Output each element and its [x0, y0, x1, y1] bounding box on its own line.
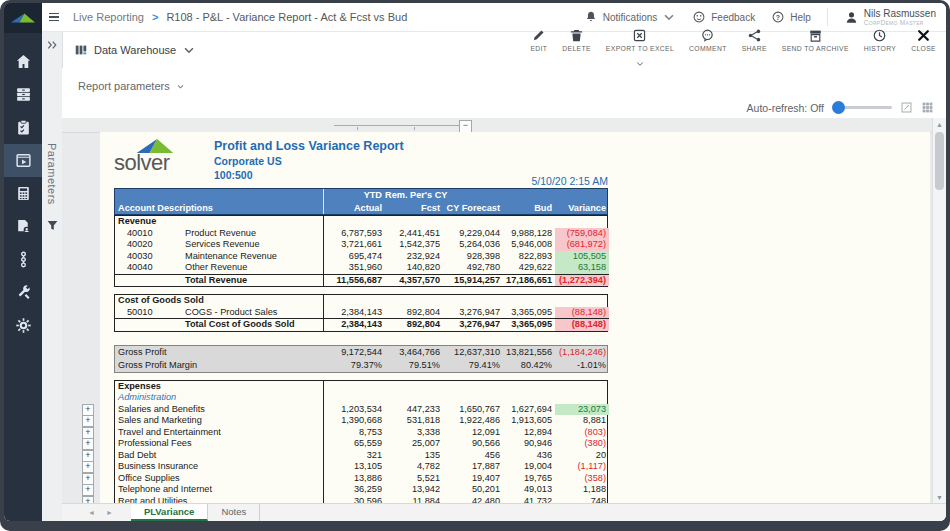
value-cell: 695,474 — [323, 251, 385, 263]
sidebar-item-home[interactable] — [4, 45, 42, 78]
send-to-archive-button[interactable]: SEND TO ARCHIVE — [782, 28, 849, 52]
variance-cell: -1.01% — [555, 359, 609, 372]
value-cell: 3,365,095 — [503, 318, 555, 331]
sheet-tab-plvariance[interactable]: PLVariance — [131, 504, 209, 521]
bell-icon — [584, 10, 598, 24]
edit-button[interactable]: EDIT — [530, 28, 547, 52]
report-title: Profit and Loss Variance Report — [214, 139, 404, 154]
sidebar-item-publisher[interactable] — [4, 210, 42, 243]
row-label: Office Supplies — [115, 473, 323, 485]
report-header: solver Profit and Loss Variance Report C… — [110, 138, 608, 188]
solver-logo: solver — [110, 138, 206, 184]
budgeting-icon — [15, 185, 32, 202]
sidebar-item-reporting[interactable] — [4, 144, 42, 177]
expand-row-button[interactable]: + — [82, 461, 94, 473]
user-role: CorpDemo Master — [864, 19, 936, 26]
value-cell: 3,276,947 — [443, 307, 503, 319]
sidebar-item-tasks[interactable] — [4, 111, 42, 144]
help-button[interactable]: ? Help — [771, 10, 811, 24]
breadcrumb-section[interactable]: Live Reporting — [73, 11, 144, 23]
value-cell: 90,566 — [443, 438, 503, 450]
table-row: 50010COGS - Product Sales2,384,143892,80… — [115, 307, 607, 319]
value-cell — [323, 381, 385, 393]
row-label: Bad Debt — [115, 450, 323, 462]
sidebar-item-tools[interactable] — [4, 276, 42, 309]
value-cell — [323, 216, 385, 228]
value-cell: 3,464,766 — [385, 346, 443, 359]
grid-view-icon[interactable] — [921, 101, 934, 114]
value-cell: 436 — [503, 450, 555, 462]
variance-cell: 20 — [555, 450, 609, 462]
sidebar-item-library[interactable] — [4, 78, 42, 111]
value-cell: 3,276,947 — [443, 318, 503, 331]
value-cell: 36,259 — [323, 484, 385, 496]
value-cell: 4,782 — [385, 461, 443, 473]
expand-row-button[interactable]: + — [82, 415, 94, 427]
expand-row-button[interactable]: + — [82, 484, 94, 496]
sheet-tab-notes[interactable]: Notes — [208, 504, 260, 521]
solver-logo-icon[interactable] — [4, 3, 42, 33]
report-parameters-band: Report parameters Auto-refresh: Off — [62, 68, 946, 118]
table-row: Revenue — [115, 216, 607, 228]
row-label: Gross Profit Margin — [115, 359, 323, 372]
data-source-selector[interactable]: Data Warehouse — [74, 43, 196, 57]
account-code: 40030 — [115, 251, 161, 263]
history-button[interactable]: HISTORY — [864, 28, 896, 52]
table-section: ExpensesAdministrationSalaries and Benef… — [114, 380, 608, 505]
edit-cells-icon[interactable] — [900, 101, 913, 114]
value-cell: 65,559 — [323, 438, 385, 450]
filter-funnel-icon[interactable] — [46, 219, 59, 232]
sidebar-item-settings[interactable] — [4, 309, 42, 342]
chevron-down-icon — [176, 82, 185, 91]
header-cell: Fcst — [385, 202, 443, 215]
value-cell: 9,988,128 — [503, 228, 555, 240]
sheet-scroll-left[interactable]: ◄ — [88, 509, 95, 516]
value-cell — [503, 392, 555, 404]
table-header-row: Account DescriptionsActualFcstCY Forecas… — [115, 202, 607, 215]
report-parameters-label: Report parameters — [78, 80, 170, 92]
table-header-row: YTDRem. Per's CY — [115, 189, 607, 202]
expand-row-button[interactable]: + — [82, 438, 94, 450]
variance-cell: (759,084) — [555, 228, 609, 240]
expand-panel-icon[interactable] — [46, 39, 58, 51]
comment-button[interactable]: COMMENT — [689, 28, 727, 52]
app-window: Parameters Live Reporting > R108 - P&L -… — [0, 0, 950, 531]
sheet-tab-bar: ◄ ► PLVarianceNotes — [62, 503, 946, 521]
feedback-button[interactable]: Feedback — [692, 10, 755, 24]
report-timestamp: 5/10/20 2:15 AM — [532, 175, 608, 187]
report-parameters-toggle[interactable]: Report parameters — [78, 80, 185, 92]
notifications-button[interactable]: Notifications — [584, 10, 676, 24]
variance-cell: 23,073 — [555, 404, 609, 416]
slider-knob[interactable] — [832, 101, 845, 114]
row-label: Sales and Marketing — [115, 415, 323, 427]
sidebar-item-budgeting[interactable] — [4, 177, 42, 210]
variance-cell: (681,972) — [555, 239, 609, 251]
table-row: 40030Maintenance Revenue695,474232,92492… — [115, 251, 607, 263]
scrollbar-thumb[interactable] — [935, 132, 944, 190]
hamburger-menu-icon[interactable] — [49, 13, 59, 22]
auto-refresh-slider[interactable] — [832, 101, 892, 114]
export-to-excel-button[interactable]: EXPORT TO EXCEL — [606, 28, 674, 71]
value-cell: 25,007 — [385, 438, 443, 450]
user-menu[interactable]: Nils Rasmussen CorpDemo Master — [844, 8, 936, 26]
chevron-down-icon — [182, 43, 196, 57]
variance-cell: (358) — [555, 473, 609, 485]
section-label: Expenses — [115, 381, 323, 393]
sidebar-item-integrations[interactable] — [4, 243, 42, 276]
home-icon — [15, 53, 32, 70]
sheet-scroll-right[interactable]: ► — [106, 509, 113, 516]
value-cell — [443, 381, 503, 393]
edit-label: EDIT — [530, 45, 547, 52]
share-button[interactable]: SHARE — [742, 28, 767, 52]
value-cell: 12,091 — [443, 427, 503, 439]
delete-button[interactable]: DELETE — [562, 28, 591, 52]
vertical-scrollbar[interactable]: ▲ ▼ — [932, 118, 946, 504]
help-icon: ? — [771, 10, 785, 24]
value-cell: 321 — [323, 450, 385, 462]
scroll-up-arrow[interactable]: ▲ — [933, 118, 946, 131]
table-row: Administration — [115, 392, 607, 404]
close-button[interactable]: CLOSE — [911, 28, 936, 52]
header-cell: YTD — [323, 189, 385, 202]
topbar-divider — [827, 8, 828, 26]
value-cell — [503, 295, 555, 307]
